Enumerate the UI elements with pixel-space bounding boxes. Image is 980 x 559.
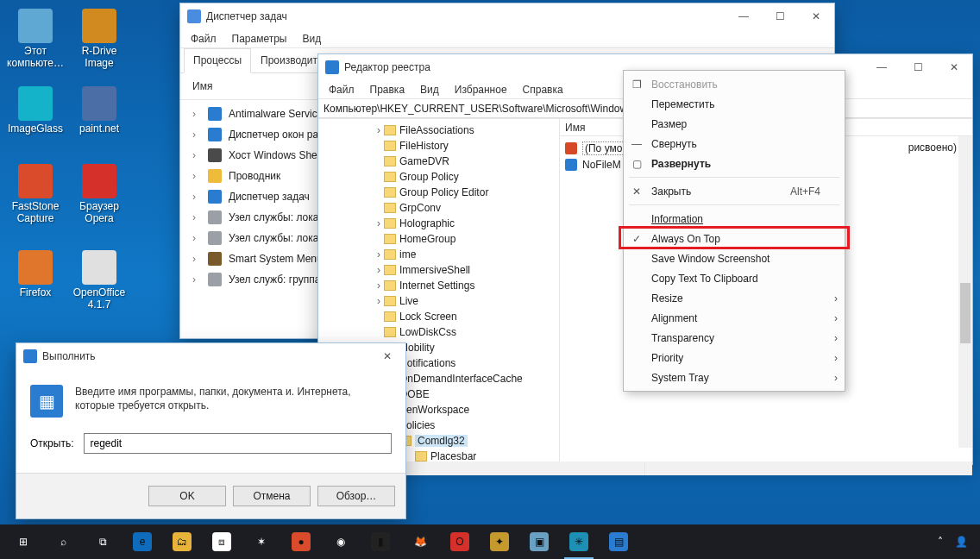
taskbar-button-smartmenu[interactable]: ✳	[559, 524, 599, 559]
maximize-button[interactable]: ☐	[762, 3, 798, 29]
menu-item[interactable]: Справка	[516, 82, 570, 97]
desktop-icon[interactable]: ImageGlass	[5, 86, 66, 135]
desktop-icon[interactable]: paint.net	[69, 86, 129, 135]
tree-node[interactable]: Group Policy Editor	[318, 185, 559, 200]
taskbar-button-faststone[interactable]: ●	[281, 524, 321, 559]
expand-icon[interactable]: ›	[374, 280, 384, 292]
tray-chevron-icon[interactable]: ˄	[938, 536, 943, 548]
close-button[interactable]: ✕	[369, 343, 405, 369]
value-row[interactable]: NoFileM	[565, 159, 621, 171]
scrollbar-vertical[interactable]	[958, 136, 972, 448]
tree-node[interactable]: Lock Screen	[318, 309, 559, 324]
tab[interactable]: Процессы	[184, 48, 251, 73]
tree-node[interactable]: ›FileAssociations	[318, 122, 559, 138]
tree-node[interactable]: ›Internet Settings	[318, 278, 559, 293]
tree-node[interactable]: GameDVR	[318, 154, 559, 169]
run-titlebar[interactable]: Выполнить ✕	[16, 343, 405, 369]
taskbar-button-opera[interactable]: O	[440, 524, 480, 559]
tree-node[interactable]: ›ImmersiveShell	[318, 262, 559, 278]
expand-chevron-icon[interactable]: ›	[192, 232, 201, 244]
run-input[interactable]	[84, 433, 392, 454]
run-title: Выполнить	[42, 350, 96, 362]
context-menu-item[interactable]: Information	[624, 209, 845, 229]
tree-node[interactable]: Group Policy	[318, 169, 559, 185]
menu-item[interactable]: Файл	[322, 82, 361, 97]
menu-item[interactable]: Избранное	[448, 82, 514, 97]
taskbar-button-regedit-tb[interactable]: ▤	[599, 524, 638, 559]
desktop-icon[interactable]: Firefox	[5, 250, 66, 298]
expand-chevron-icon[interactable]: ›	[192, 149, 201, 161]
context-menu-item[interactable]: Alignment›	[624, 308, 845, 328]
menu-item[interactable]: Вид	[413, 82, 446, 97]
context-menu-item[interactable]: Размер	[624, 114, 845, 134]
context-menu-item[interactable]: Save Window Screenshot	[624, 248, 845, 268]
expand-icon[interactable]: ›	[374, 124, 384, 136]
minimize-button[interactable]: —	[864, 54, 900, 80]
context-menu-item[interactable]: Copy Text To Clipboard	[624, 268, 845, 288]
context-menu-item[interactable]: System Tray›	[624, 367, 845, 387]
taskbar-button-photos[interactable]: ▣	[519, 524, 559, 559]
minimize-button[interactable]: —	[726, 3, 762, 29]
close-button[interactable]: ✕	[798, 3, 834, 29]
context-menu-item[interactable]: Переместить	[624, 94, 845, 114]
desktop-icon[interactable]: R-Drive Image	[69, 9, 129, 69]
expand-chevron-icon[interactable]: ›	[192, 211, 201, 223]
taskbar-button-cmd[interactable]: ▮	[361, 524, 400, 559]
context-menu-item[interactable]: —Свернуть	[624, 134, 845, 154]
context-menu-item[interactable]: Resize›	[624, 288, 845, 308]
expand-chevron-icon[interactable]: ›	[192, 170, 201, 182]
expand-chevron-icon[interactable]: ›	[192, 273, 201, 286]
expand-chevron-icon[interactable]: ›	[192, 253, 201, 265]
taskbar-button-app1[interactable]: ✦	[480, 524, 519, 559]
menu-item[interactable]: Параметры	[225, 31, 294, 47]
desktop-icon[interactable]: Браузер Opera	[69, 164, 129, 224]
desktop-icon[interactable]: OpenOffice 4.1.7	[69, 250, 129, 311]
context-menu-item[interactable]: ✕ЗакрытьAlt+F4	[624, 181, 845, 201]
scrollbar-horizontal[interactable]	[318, 462, 972, 475]
taskbar-button-chrome[interactable]: ◉	[321, 524, 361, 559]
context-menu-item[interactable]: Priority›	[624, 348, 845, 367]
close-button[interactable]: ✕	[936, 54, 972, 80]
dialog-button[interactable]: Отмена	[233, 486, 311, 506]
context-menu-item[interactable]: ✓Always On Top	[624, 229, 845, 248]
value-row[interactable]: (По умо	[565, 141, 625, 155]
icon-label: Этот компьюте…	[5, 45, 66, 69]
expand-icon[interactable]: ›	[374, 264, 384, 276]
menu-item-label: Resize	[651, 292, 683, 305]
expand-chevron-icon[interactable]: ›	[192, 129, 201, 141]
tree-node[interactable]: FileHistory	[318, 138, 559, 154]
taskbar-button-settings[interactable]: ✶	[242, 524, 281, 559]
context-menu-item[interactable]: ▢Развернуть	[624, 154, 845, 173]
expand-chevron-icon[interactable]: ›	[192, 191, 201, 203]
tray-user-icon[interactable]: 👤	[955, 536, 968, 548]
tree-node[interactable]: LowDiskCss	[318, 324, 559, 340]
desktop-icon[interactable]: FastStone Capture	[5, 164, 66, 224]
maximize-button[interactable]: ☐	[900, 54, 936, 80]
taskbar-button-explorer[interactable]: 🗂	[162, 524, 202, 559]
expand-icon[interactable]: ›	[374, 248, 384, 261]
tree-node[interactable]: ›Live	[318, 293, 559, 309]
dialog-button[interactable]: OK	[148, 486, 226, 506]
tree-node[interactable]: ›Holographic	[318, 216, 559, 231]
menu-item[interactable]: Правка	[363, 82, 412, 97]
menu-item[interactable]: Файл	[184, 31, 223, 47]
taskbar-button-store[interactable]: ⧈	[202, 524, 242, 559]
context-menu-item[interactable]: Transparency›	[624, 328, 845, 348]
taskbar-button-start[interactable]: ⊞	[3, 524, 43, 559]
tree-node[interactable]: ›ime	[318, 247, 559, 262]
expand-icon[interactable]: ›	[374, 295, 384, 307]
node-label: HomeGroup	[399, 233, 455, 245]
expand-icon[interactable]: ›	[374, 217, 384, 229]
expand-chevron-icon[interactable]: ›	[192, 108, 201, 120]
menu-item[interactable]: Вид	[295, 31, 328, 47]
tree-node[interactable]: GrpConv	[318, 200, 559, 216]
taskmgr-titlebar[interactable]: Диспетчер задач — ☐ ✕	[180, 3, 834, 29]
taskbar-button-taskview[interactable]: ⧉	[83, 524, 122, 559]
taskbar-button-edge[interactable]: e	[122, 524, 162, 559]
node-label: GameDVR	[399, 155, 449, 167]
taskbar-button-search[interactable]: ⌕	[43, 524, 83, 559]
tree-node[interactable]: HomeGroup	[318, 231, 559, 247]
taskbar-button-firefox[interactable]: 🦊	[400, 524, 440, 559]
dialog-button[interactable]: Обзор…	[317, 486, 395, 506]
desktop-icon[interactable]: Этот компьюте…	[5, 9, 66, 69]
